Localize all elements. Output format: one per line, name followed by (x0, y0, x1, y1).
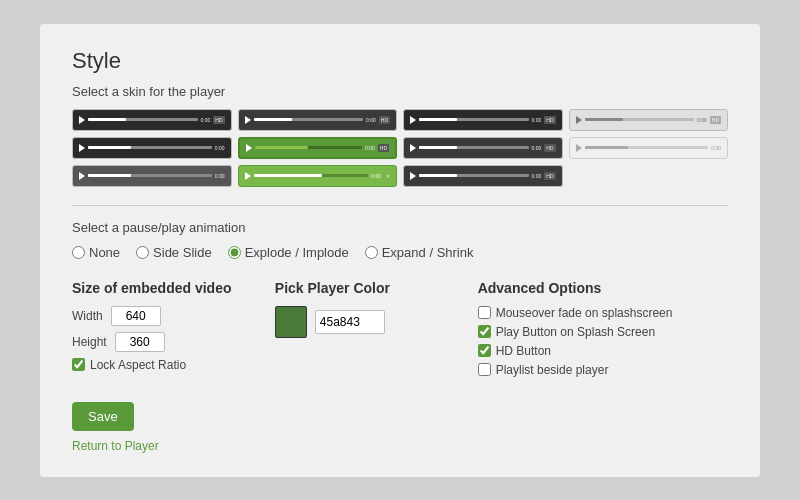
hd-badge: HD (379, 116, 390, 124)
color-swatch[interactable] (275, 306, 307, 338)
mini-time: 0:00 (532, 117, 542, 123)
radio-group: None Side Slide Explode / Implode Expand… (72, 245, 728, 260)
color-panel-title: Pick Player Color (275, 280, 454, 296)
skin-preview-green-2[interactable]: 0:00 ✕ (238, 165, 398, 187)
skin-grid: 0:00 HD 0:00 HD 0:00 H (72, 109, 728, 187)
play-button-option[interactable]: Play Button on Splash Screen (478, 325, 728, 339)
return-to-player-link[interactable]: Return to Player (72, 439, 728, 453)
radio-side-slide-input[interactable] (136, 246, 149, 259)
skin-cell-3: 0:00 HD (403, 109, 563, 131)
mini-play-icon (246, 144, 252, 152)
radio-explode-implode[interactable]: Explode / Implode (228, 245, 349, 260)
mini-progress (585, 146, 628, 149)
mouseover-option[interactable]: Mouseover fade on splashscreen (478, 306, 728, 320)
footer: Save Return to Player (72, 402, 728, 453)
radio-none-input[interactable] (72, 246, 85, 259)
mini-progress (254, 174, 323, 177)
mini-progress (419, 118, 457, 121)
hd-badge: HD (710, 116, 721, 124)
mini-track (254, 174, 369, 177)
mini-play-icon (410, 116, 416, 124)
radio-expand-shrink[interactable]: Expand / Shrink (365, 245, 474, 260)
mini-play-icon (79, 144, 85, 152)
divider (72, 205, 728, 206)
height-input[interactable] (115, 332, 165, 352)
playlist-option[interactable]: Playlist beside player (478, 363, 728, 377)
skin-preview-dark-7[interactable]: 0:00 HD (403, 165, 563, 187)
skin-cell-6: 0:00 HD (238, 137, 398, 159)
lock-aspect-ratio[interactable]: Lock Aspect Ratio (72, 358, 251, 372)
color-row (275, 306, 454, 338)
mini-time: 0:00 (532, 145, 542, 151)
mini-play-icon (79, 116, 85, 124)
radio-expand-shrink-label: Expand / Shrink (382, 245, 474, 260)
save-button[interactable]: Save (72, 402, 134, 431)
mini-progress (88, 118, 126, 121)
skin-preview-light-2[interactable]: 0:00 (569, 137, 729, 159)
radio-expand-shrink-input[interactable] (365, 246, 378, 259)
mini-time: 0:00 (215, 145, 225, 151)
mini-play-icon (576, 116, 582, 124)
mini-progress (88, 174, 131, 177)
mini-track (585, 118, 695, 121)
mini-play-icon (576, 144, 582, 152)
hd-button-option[interactable]: HD Button (478, 344, 728, 358)
mini-track (419, 118, 529, 121)
skin-cell-2: 0:00 HD (238, 109, 398, 131)
mini-play-icon (410, 144, 416, 152)
skin-section-label: Select a skin for the player (72, 84, 728, 99)
height-label: Height (72, 335, 107, 349)
width-row: Width (72, 306, 251, 326)
skin-preview-dark-6[interactable]: 0:00 (72, 165, 232, 187)
skin-preview-dark-4[interactable]: 0:00 (72, 137, 232, 159)
mini-progress (88, 146, 131, 149)
mouseover-checkbox[interactable] (478, 306, 491, 319)
mini-play-icon (245, 116, 251, 124)
skin-cell-8: 0:00 (569, 137, 729, 159)
bottom-panels: Size of embedded video Width Height Lock… (72, 280, 728, 382)
advanced-panel: Advanced Options Mouseover fade on splas… (478, 280, 728, 382)
color-hex-input[interactable] (315, 310, 385, 334)
mini-time: 0:00 (365, 145, 375, 151)
mini-time: 0:00 (201, 117, 211, 123)
height-row: Height (72, 332, 251, 352)
radio-explode-implode-input[interactable] (228, 246, 241, 259)
skin-cell-10: 0:00 ✕ (238, 165, 398, 187)
skin-cell-12 (569, 165, 729, 187)
mini-time: 0:00 (366, 117, 376, 123)
skin-preview-green[interactable]: 0:00 HD (238, 137, 398, 159)
play-button-label: Play Button on Splash Screen (496, 325, 655, 339)
hd-badge: HD (544, 172, 555, 180)
lock-aspect-ratio-label: Lock Aspect Ratio (90, 358, 186, 372)
skin-preview-dark-2[interactable]: 0:00 HD (238, 109, 398, 131)
mini-progress (254, 118, 292, 121)
playlist-checkbox[interactable] (478, 363, 491, 376)
radio-none[interactable]: None (72, 245, 120, 260)
skin-preview-dark-1[interactable]: 0:00 HD (72, 109, 232, 131)
size-panel-title: Size of embedded video (72, 280, 251, 296)
hd-button-checkbox[interactable] (478, 344, 491, 357)
radio-side-slide[interactable]: Side Slide (136, 245, 212, 260)
hd-badge: HD (544, 116, 555, 124)
page-title: Style (72, 48, 728, 74)
size-panel: Size of embedded video Width Height Lock… (72, 280, 251, 382)
mini-progress (255, 146, 309, 149)
mini-track (419, 174, 529, 177)
hd-badge: HD (378, 144, 389, 152)
skin-preview-dark-5[interactable]: 0:00 HD (403, 137, 563, 159)
hd-badge: HD (544, 144, 555, 152)
skin-cell-4: 0:00 HD (569, 109, 729, 131)
skin-preview-dark-3[interactable]: 0:00 HD (403, 109, 563, 131)
mini-play-icon (245, 172, 251, 180)
mini-track (88, 146, 212, 149)
mouseover-label: Mouseover fade on splashscreen (496, 306, 673, 320)
play-button-checkbox[interactable] (478, 325, 491, 338)
skin-cell-9: 0:00 (72, 165, 232, 187)
width-label: Width (72, 309, 103, 323)
skin-preview-light-1[interactable]: 0:00 HD (569, 109, 729, 131)
mini-track (585, 146, 709, 149)
mini-time: 0:00 (371, 173, 381, 179)
animation-section: Select a pause/play animation None Side … (72, 220, 728, 260)
lock-aspect-ratio-input[interactable] (72, 358, 85, 371)
width-input[interactable] (111, 306, 161, 326)
